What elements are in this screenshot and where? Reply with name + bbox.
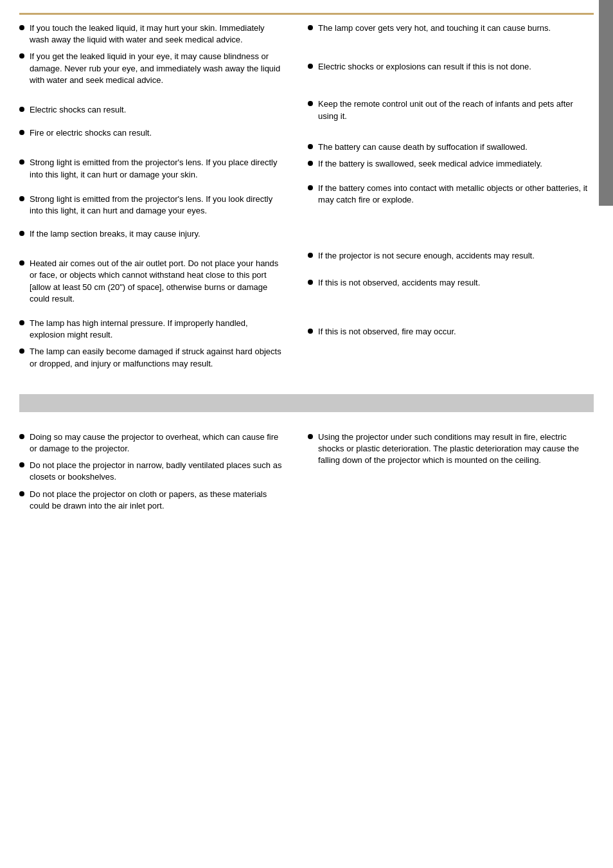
bullet-icon: [19, 130, 24, 135]
right-section-3: Keep the remote control unit out of the …: [308, 98, 594, 122]
item-text: Strong light is emitted from the project…: [30, 194, 282, 217]
item-text: If you get the leaked liquid in your eye…: [30, 51, 282, 86]
item-text: Electric shocks can result.: [30, 104, 282, 116]
list-item: If this is not observed, accidents may r…: [308, 277, 594, 289]
left-column: If you touch the leaked liquid, it may h…: [19, 23, 295, 381]
bottom-right-column: Using the projector under such condition…: [295, 431, 594, 517]
item-text: Do not place the projector in narrow, ba…: [30, 460, 282, 483]
item-text: Strong light is emitted from the project…: [30, 157, 282, 180]
left-section-3: Fire or electric shocks can result.: [19, 127, 282, 139]
item-text: Electric shocks or explosions can result…: [318, 61, 594, 73]
bullet-icon: [19, 53, 24, 59]
bullet-icon: [308, 329, 313, 334]
list-item: Strong light is emitted from the project…: [19, 157, 282, 180]
item-text: If the battery comes into contact with m…: [318, 183, 594, 206]
right-section-4: The battery can cause death by suffocati…: [308, 141, 594, 170]
item-text: If the battery is swallowed, seek medica…: [318, 158, 594, 170]
right-column: The lamp cover gets very hot, and touchi…: [295, 23, 594, 381]
bullet-icon: [19, 434, 24, 439]
item-text: Keep the remote control unit out of the …: [318, 98, 594, 122]
list-item: Do not place the projector on cloth or p…: [19, 489, 282, 512]
list-item: If this is not observed, fire may occur.: [308, 326, 594, 338]
item-text: Using the projector under such condition…: [318, 431, 594, 467]
list-item: Fire or electric shocks can result.: [19, 127, 282, 139]
bullet-icon: [19, 107, 24, 112]
bullet-icon: [19, 320, 24, 325]
item-text: The lamp cover gets very hot, and touchi…: [318, 23, 594, 34]
item-text: The lamp can easily become damaged if st…: [30, 346, 282, 369]
bullet-icon: [308, 434, 313, 439]
item-text: The battery can cause death by suffocati…: [318, 141, 594, 153]
item-text: If this is not observed, fire may occur.: [318, 326, 594, 338]
main-content: If you touch the leaked liquid, it may h…: [0, 23, 613, 381]
item-text: If you touch the leaked liquid, it may h…: [30, 23, 282, 46]
item-text: If the projector is not secure enough, a…: [318, 250, 594, 262]
bullet-icon: [19, 25, 24, 30]
list-item: If the lamp section breaks, it may cause…: [19, 228, 282, 240]
item-text: Fire or electric shocks can result.: [30, 127, 282, 139]
list-item: If the battery comes into contact with m…: [308, 183, 594, 206]
list-item: Heated air comes out of the air outlet p…: [19, 258, 282, 305]
left-section-2: Electric shocks can result.: [19, 104, 282, 116]
list-item: Electric shocks or explosions can result…: [308, 61, 594, 73]
list-item: Using the projector under such condition…: [308, 431, 594, 467]
right-section-5: If the battery comes into contact with m…: [308, 183, 594, 206]
left-section-7: Heated air comes out of the air outlet p…: [19, 258, 282, 305]
bullet-icon: [19, 231, 24, 236]
side-tab: [599, 0, 613, 206]
bullet-icon: [308, 25, 313, 30]
divider-bar: [19, 394, 594, 412]
bottom-two-column: Doing so may cause the projector to over…: [19, 431, 594, 517]
bullet-icon: [308, 185, 313, 190]
bullet-icon: [19, 260, 24, 266]
bottom-left-column: Doing so may cause the projector to over…: [19, 431, 295, 517]
list-item: If you touch the leaked liquid, it may h…: [19, 23, 282, 46]
list-item: The battery can cause death by suffocati…: [308, 141, 594, 153]
bullet-icon: [19, 348, 24, 354]
list-item: Do not place the projector in narrow, ba…: [19, 460, 282, 483]
list-item: If the battery is swallowed, seek medica…: [308, 158, 594, 170]
bullet-icon: [19, 491, 24, 496]
bullet-icon: [19, 159, 24, 165]
bottom-content: Doing so may cause the projector to over…: [0, 425, 613, 530]
list-item: The lamp has high internal pressure. If …: [19, 318, 282, 341]
bullet-icon: [19, 196, 24, 201]
item-text: Do not place the projector on cloth or p…: [30, 489, 282, 512]
right-section-7: If this is not observed, accidents may r…: [308, 277, 594, 289]
list-item: Doing so may cause the projector to over…: [19, 431, 282, 455]
bullet-icon: [308, 280, 313, 285]
left-section-6: If the lamp section breaks, it may cause…: [19, 228, 282, 240]
list-item: The lamp cover gets very hot, and touchi…: [308, 23, 594, 34]
list-item: The lamp can easily become damaged if st…: [19, 346, 282, 369]
bullet-icon: [308, 101, 313, 106]
item-text: Heated air comes out of the air outlet p…: [30, 258, 282, 305]
list-item: Strong light is emitted from the project…: [19, 194, 282, 217]
bullet-icon: [19, 462, 24, 467]
left-section-8: The lamp has high internal pressure. If …: [19, 318, 282, 370]
right-section-6: If the projector is not secure enough, a…: [308, 250, 594, 262]
page: If you touch the leaked liquid, it may h…: [0, 0, 613, 868]
bullet-icon: [308, 144, 313, 149]
list-item: If the projector is not secure enough, a…: [308, 250, 594, 262]
left-section-4: Strong light is emitted from the project…: [19, 157, 282, 180]
list-item: Keep the remote control unit out of the …: [308, 98, 594, 122]
item-text: If this is not observed, accidents may r…: [318, 277, 594, 289]
list-item: Electric shocks can result.: [19, 104, 282, 116]
left-section-5: Strong light is emitted from the project…: [19, 194, 282, 217]
right-section-8: If this is not observed, fire may occur.: [308, 326, 594, 338]
bullet-icon: [308, 253, 313, 258]
bullet-icon: [308, 64, 313, 69]
right-section-1: The lamp cover gets very hot, and touchi…: [308, 23, 594, 34]
two-column-layout: If you touch the leaked liquid, it may h…: [19, 23, 594, 381]
item-text: If the lamp section breaks, it may cause…: [30, 228, 282, 240]
right-section-2: Electric shocks or explosions can result…: [308, 61, 594, 73]
bullet-icon: [308, 161, 313, 166]
list-item: If you get the leaked liquid in your eye…: [19, 51, 282, 86]
item-text: Doing so may cause the projector to over…: [30, 431, 282, 455]
top-border: [19, 13, 594, 15]
left-section-1: If you touch the leaked liquid, it may h…: [19, 23, 282, 86]
item-text: The lamp has high internal pressure. If …: [30, 318, 282, 341]
